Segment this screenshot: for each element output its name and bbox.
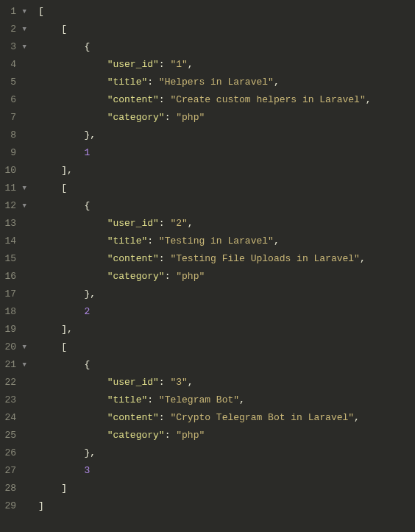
token-str: "Create custom helpers in Laravel" [170, 94, 365, 105]
token-key: "user_id" [107, 377, 159, 388]
line-number: 2 [4, 21, 16, 38]
code-line[interactable]: }, [38, 444, 415, 462]
fold-toggle-icon[interactable]: ▼ [21, 338, 26, 356]
code-line[interactable]: [ [38, 21, 415, 38]
token-str: "php" [176, 430, 205, 441]
code-line[interactable]: }, [38, 285, 415, 303]
code-line[interactable]: ] [38, 497, 415, 515]
token-bracket: [ [61, 24, 67, 35]
code-line[interactable]: ], [38, 321, 415, 338]
token-punct: : [159, 59, 171, 70]
token-bracket: { [84, 41, 90, 52]
line-number: 8 [4, 127, 16, 144]
line-number: 9 [4, 144, 16, 162]
code-line[interactable]: }, [38, 127, 415, 144]
token-key: "title" [107, 77, 148, 88]
gutter-line: 6 [3, 91, 26, 109]
code-line[interactable]: 1 [38, 144, 415, 162]
token-str: "Helpers in Laravel" [159, 77, 274, 88]
token-punct: , [188, 218, 194, 229]
gutter-line: 1▼ [3, 3, 26, 21]
code-line[interactable]: ] [38, 480, 415, 497]
code-line[interactable]: "category": "php" [38, 109, 415, 127]
gutter-line: 9 [3, 144, 26, 162]
code-line[interactable]: "title": "Telegram Bot", [38, 391, 415, 409]
code-line[interactable]: "user_id": "2", [38, 215, 415, 233]
token-key: "content" [107, 412, 159, 423]
line-number: 21 [4, 356, 16, 374]
token-punct: : [147, 394, 159, 405]
line-number: 18 [4, 303, 16, 321]
code-line[interactable]: [ [38, 3, 415, 21]
code-line[interactable]: 2 [38, 303, 415, 321]
code-line[interactable]: [ [38, 180, 415, 197]
gutter-line: 2▼ [3, 21, 26, 38]
token-key: "content" [107, 253, 159, 264]
line-number: 4 [4, 56, 16, 74]
gutter-line: 21▼ [3, 356, 26, 374]
token-punct: : [147, 77, 159, 88]
gutter-line: 8 [3, 127, 26, 144]
line-number: 20 [4, 338, 16, 356]
code-line[interactable]: "user_id": "3", [38, 374, 415, 391]
code-line[interactable]: "title": "Testing in Laravel", [38, 233, 415, 250]
token-num: 3 [84, 465, 90, 476]
gutter-line: 22 [3, 374, 26, 391]
code-line[interactable]: "category": "php" [38, 268, 415, 285]
indent [38, 288, 84, 299]
line-number: 6 [4, 91, 16, 109]
indent [38, 41, 84, 52]
indent [38, 253, 107, 264]
line-number: 29 [4, 497, 16, 515]
line-number: 11 [4, 180, 16, 197]
fold-toggle-icon[interactable]: ▼ [21, 3, 26, 21]
code-line[interactable]: { [38, 38, 415, 56]
token-key: "title" [107, 235, 148, 247]
indent [38, 306, 84, 317]
fold-toggle-icon[interactable]: ▼ [21, 180, 26, 197]
code-line[interactable]: ], [38, 162, 415, 180]
code-line[interactable]: "content": "Create custom helpers in Lar… [38, 91, 415, 109]
indent [38, 483, 61, 494]
indent [38, 77, 107, 88]
fold-toggle-icon[interactable]: ▼ [21, 21, 26, 38]
token-punct: , [360, 253, 366, 264]
token-key: "category" [107, 430, 165, 441]
token-punct: : [159, 253, 171, 264]
token-str: "3" [170, 377, 187, 388]
gutter-line: 18 [3, 303, 26, 321]
fold-toggle-icon[interactable]: ▼ [21, 197, 26, 215]
line-number: 15 [4, 250, 16, 268]
gutter-line: 10 [3, 162, 26, 180]
code-line[interactable]: 3 [38, 462, 415, 480]
line-number: 1 [4, 3, 16, 21]
code-line[interactable]: "category": "php" [38, 427, 415, 444]
gutter-line: 25 [3, 427, 26, 444]
token-str: "2" [170, 218, 187, 229]
token-key: "category" [107, 271, 165, 282]
token-punct: , [67, 324, 73, 335]
gutter-line: 27 [3, 462, 26, 480]
code-line[interactable]: "content": "Crypto Telegram Bot in Larav… [38, 409, 415, 427]
token-num: 1 [84, 147, 90, 158]
code-editor: 1▼2▼3▼4567891011▼12▼1314151617181920▼21▼… [0, 0, 415, 532]
indent [38, 377, 107, 388]
code-area[interactable]: [ [ { "user_id": "1", "title": "Helpers … [32, 0, 415, 532]
indent [38, 412, 107, 423]
token-punct: , [239, 394, 245, 405]
token-str: "1" [170, 59, 187, 70]
token-bracket: [ [61, 182, 67, 194]
code-line[interactable]: "user_id": "1", [38, 56, 415, 74]
code-line[interactable]: { [38, 356, 415, 374]
token-punct: , [366, 94, 372, 105]
fold-toggle-icon[interactable]: ▼ [21, 38, 26, 56]
fold-toggle-icon[interactable]: ▼ [21, 356, 26, 374]
line-number: 12 [4, 197, 16, 215]
indent [38, 359, 84, 370]
code-line[interactable]: "content": "Testing File Uploads in Lara… [38, 250, 415, 268]
code-line[interactable]: { [38, 197, 415, 215]
code-line[interactable]: "title": "Helpers in Laravel", [38, 74, 415, 91]
code-line[interactable]: [ [38, 338, 415, 356]
indent [38, 182, 61, 194]
token-punct: , [274, 77, 280, 88]
